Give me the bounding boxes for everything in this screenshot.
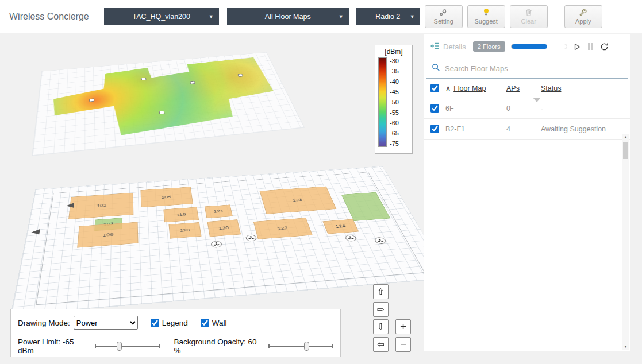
drawing-controls: Drawing Mode: Power Legend Wall Power Li… — [10, 309, 341, 357]
panel-header: Details 2 Floors — [424, 34, 630, 59]
ap-marker[interactable] — [190, 81, 195, 84]
scroll-up-icon[interactable]: ▲ — [622, 135, 629, 139]
apply-button[interactable]: Apply — [564, 5, 602, 28]
room-118: 118 — [169, 222, 202, 238]
room-label: 106 — [103, 232, 114, 237]
opacity-label: Background Opacity: 60 % — [174, 338, 263, 355]
radio-dropdown[interactable]: Radio 2 ▼ — [356, 8, 420, 25]
header-aps[interactable]: APs — [506, 84, 541, 92]
slider-thumb[interactable] — [304, 342, 309, 351]
ap-marker[interactable] — [159, 111, 164, 114]
pan-down-button[interactable]: ⇩ — [373, 319, 389, 334]
search-input[interactable] — [445, 64, 622, 73]
legend-tick: -55 — [390, 109, 399, 116]
collapse-left-icon — [430, 42, 440, 52]
legend-tick: -75 — [390, 140, 399, 147]
lightbulb-icon — [483, 8, 490, 17]
row-status: Awaiting Suggestion — [541, 125, 623, 133]
power-limit-label: Power Limit: -65 dBm — [18, 338, 90, 355]
pan-up-button[interactable]: ⇧ — [373, 284, 389, 299]
opacity-slider[interactable] — [268, 342, 333, 351]
details-toggle[interactable]: Details — [430, 42, 466, 52]
scrollbar-thumb[interactable] — [623, 142, 628, 159]
legend-tick: -30 — [390, 57, 399, 64]
chevron-down-icon: ▼ — [209, 14, 214, 20]
select-all-checkbox[interactable] — [430, 84, 439, 92]
apply-button-label: Apply — [575, 18, 591, 25]
room-label: 124 — [335, 224, 347, 229]
radio-dropdown-value: Radio 2 — [375, 13, 400, 21]
pan-left-button[interactable]: ⇦ — [373, 337, 389, 352]
table-row[interactable]: 6F 0 - — [424, 98, 630, 119]
arrow-up-icon: ⇧ — [377, 286, 385, 297]
legend-tick: -40 — [390, 78, 399, 85]
floormap-dropdown[interactable]: All Floor Maps ▼ — [227, 8, 349, 25]
row-floor-name: 6F — [445, 104, 454, 113]
ap-marker[interactable] — [237, 73, 243, 76]
legend-checkbox[interactable]: Legend — [151, 319, 188, 327]
room-120: 120 — [207, 219, 241, 237]
play-button[interactable] — [574, 43, 581, 51]
row-checkbox[interactable] — [430, 104, 439, 113]
legend-tick: -50 — [390, 99, 399, 106]
room-label: 116 — [176, 212, 186, 217]
clear-button[interactable]: Clear — [510, 5, 548, 28]
sort-asc-icon: ∧ — [445, 84, 451, 92]
slider-track — [95, 346, 160, 347]
header-status[interactable]: Status — [541, 84, 623, 92]
network-dropdown[interactable]: TAC_HQ_vlan200 ▼ — [104, 8, 219, 25]
table-row[interactable]: B2-F1 4 Awaiting Suggestion — [424, 119, 630, 140]
clear-button-label: Clear — [521, 18, 536, 25]
floor-list-panel: Details 2 Floors ∧ — [424, 34, 630, 351]
room-label: 101 — [97, 203, 107, 208]
row-ap-count: 4 — [506, 125, 541, 133]
suggest-button[interactable]: Suggest — [467, 5, 505, 28]
room-label: 120 — [218, 226, 230, 230]
ap-marker[interactable] — [141, 78, 146, 80]
room-label: 121 — [213, 209, 224, 214]
floor-map-b2f1[interactable]: 101 105 103 106 116 118 121 120 123 122 … — [0, 138, 448, 293]
refresh-button[interactable] — [600, 42, 609, 51]
ap-marker[interactable] — [89, 99, 94, 102]
map-navigation: ⇧ ⇨ ⇩ ⇦ + − — [373, 284, 413, 354]
room-label: 123 — [292, 198, 303, 202]
drawing-mode-select[interactable]: Power — [74, 316, 138, 330]
room-label: 105 — [161, 195, 171, 199]
details-label: Details — [443, 42, 466, 51]
room-label: 118 — [180, 228, 190, 233]
row-checkbox[interactable] — [430, 125, 439, 133]
search-bar — [426, 59, 628, 79]
map-arrow-marker — [66, 203, 75, 208]
room-116: 116 — [164, 207, 199, 222]
pause-button[interactable] — [587, 43, 593, 50]
scroll-down-icon[interactable]: ▼ — [622, 344, 629, 348]
chevron-down-icon: ▼ — [410, 14, 415, 20]
network-dropdown-value: TAC_HQ_vlan200 — [132, 13, 190, 21]
legend-ticks: -30 -35 -40 -45 -50 -55 -60 -65 -75 — [390, 57, 399, 147]
search-icon — [432, 63, 440, 74]
wall-checkbox[interactable]: Wall — [201, 319, 227, 327]
table-header: ∧ Floor Map APs Status — [424, 79, 630, 98]
row-status: - — [541, 104, 623, 113]
zoom-in-button[interactable]: + — [395, 319, 411, 334]
arrow-down-icon: ⇩ — [377, 322, 385, 332]
slider-thumb[interactable] — [117, 342, 122, 351]
minus-icon: − — [400, 338, 406, 351]
power-limit-slider[interactable] — [95, 342, 160, 351]
dbm-legend: [dBm] -30 -35 -40 -45 -50 -55 -60 -65 -7… — [375, 45, 413, 154]
pan-right-button[interactable]: ⇨ — [373, 302, 389, 317]
toolbar-divider — [556, 8, 556, 25]
arrow-left-icon: ⇦ — [377, 339, 385, 350]
zoom-out-button[interactable]: − — [395, 337, 411, 352]
room-121: 121 — [205, 204, 233, 218]
signal-heatmap — [44, 56, 292, 150]
setting-button[interactable]: Setting — [425, 5, 463, 28]
wrench-icon — [579, 8, 587, 17]
legend-checkbox-label: Legend — [162, 319, 188, 327]
row-floor-name: B2-F1 — [445, 125, 465, 133]
header-notch — [533, 98, 541, 102]
top-bar: Wireless Concierge TAC_HQ_vlan200 ▼ All … — [0, 0, 642, 33]
header-floor-map[interactable]: Floor Map — [453, 84, 486, 92]
panel-scrollbar[interactable]: ▲ ▼ — [622, 134, 629, 350]
progress-bar — [511, 44, 567, 49]
